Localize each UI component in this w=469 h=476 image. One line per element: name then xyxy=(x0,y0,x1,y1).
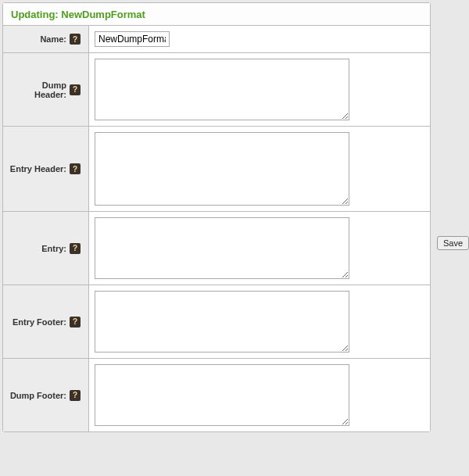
entry-footer-textarea[interactable] xyxy=(95,291,349,353)
label-dump-footer-text: Dump Footer: xyxy=(10,391,66,400)
help-icon[interactable]: ? xyxy=(70,34,81,45)
label-dump-footer: Dump Footer: ? xyxy=(3,359,89,431)
label-name-text: Name: xyxy=(40,34,66,44)
field-entry-header xyxy=(89,127,430,211)
panel-title-name: NewDumpFormat xyxy=(61,9,145,20)
label-entry-header-text: Entry Header: xyxy=(10,164,66,174)
help-icon[interactable]: ? xyxy=(70,84,81,95)
save-button[interactable]: Save xyxy=(437,236,469,250)
help-icon[interactable]: ? xyxy=(70,163,81,174)
row-dump-footer: Dump Footer: ? xyxy=(3,359,430,431)
help-icon[interactable]: ? xyxy=(70,390,81,401)
label-entry-text: Entry: xyxy=(41,244,66,253)
panel-title-prefix: Updating: xyxy=(11,9,61,20)
field-dump-footer xyxy=(89,359,430,431)
row-dump-header: Dump Header: ? xyxy=(3,53,430,127)
name-input[interactable] xyxy=(95,31,170,47)
dump-footer-textarea[interactable] xyxy=(95,364,349,426)
row-name: Name: ? xyxy=(3,26,430,53)
label-dump-header: Dump Header: ? xyxy=(3,53,89,126)
field-name xyxy=(89,26,430,52)
field-dump-header xyxy=(89,53,430,126)
field-entry xyxy=(89,212,430,285)
label-entry-footer: Entry Footer: ? xyxy=(3,285,89,358)
row-entry-header: Entry Header: ? xyxy=(3,127,430,212)
label-name: Name: ? xyxy=(3,26,89,52)
panel-title: Updating: NewDumpFormat xyxy=(3,3,430,26)
help-icon[interactable]: ? xyxy=(70,317,81,327)
entry-header-textarea[interactable] xyxy=(95,132,349,206)
field-entry-footer xyxy=(89,285,430,358)
label-entry-footer-text: Entry Footer: xyxy=(13,317,66,327)
label-entry-header: Entry Header: ? xyxy=(3,127,89,211)
row-entry-footer: Entry Footer: ? xyxy=(3,285,430,359)
dump-header-textarea[interactable] xyxy=(95,59,349,120)
entry-textarea[interactable] xyxy=(95,217,349,279)
update-panel: Updating: NewDumpFormat Name: ? Dump Hea… xyxy=(2,2,431,432)
row-entry: Entry: ? xyxy=(3,212,430,285)
label-entry: Entry: ? xyxy=(3,212,89,285)
side-actions: Save xyxy=(431,0,469,250)
label-dump-header-text: Dump Header: xyxy=(8,81,66,99)
help-icon[interactable]: ? xyxy=(70,243,81,254)
